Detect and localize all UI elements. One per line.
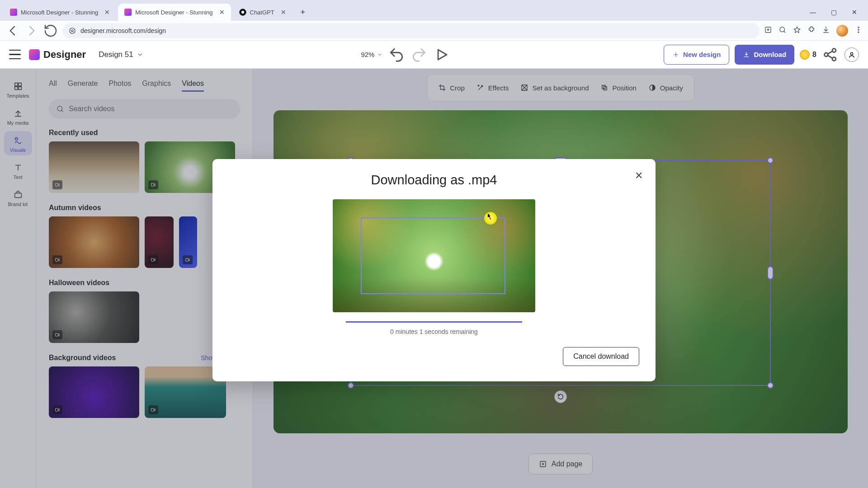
browser-tab-active[interactable]: Microsoft Designer - Stunning ✕ — [118, 4, 231, 21]
undo-button[interactable] — [388, 46, 405, 63]
nav-back-button[interactable] — [5, 23, 20, 38]
design-name-dropdown[interactable]: Design 51 — [94, 47, 148, 62]
modal-title: Downloading as .mp4 — [229, 173, 639, 188]
favicon-designer-icon — [124, 9, 132, 16]
bookmark-icon[interactable] — [793, 26, 801, 36]
extensions-icon[interactable] — [807, 26, 816, 36]
modal-close-button[interactable]: ✕ — [635, 170, 643, 182]
coin-icon — [800, 50, 810, 60]
share-button[interactable] — [822, 46, 839, 63]
window-close-button[interactable]: ✕ — [844, 5, 864, 19]
time-remaining: 0 minutes 1 seconds remaining — [229, 328, 639, 335]
hamburger-menu-button[interactable] — [9, 50, 21, 60]
svg-point-10 — [850, 52, 853, 55]
close-icon[interactable]: ✕ — [104, 9, 110, 16]
play-button[interactable] — [433, 46, 450, 63]
tab-title: ChatGPT — [250, 9, 274, 16]
zoom-label: 92% — [361, 51, 374, 58]
chevron-down-icon — [377, 52, 382, 57]
designer-logo-icon — [29, 49, 40, 60]
nav-forward-button[interactable] — [24, 23, 39, 38]
cancel-download-button[interactable]: Cancel download — [563, 347, 639, 366]
tab-title: Microsoft Designer - Stunning — [135, 9, 212, 16]
new-design-button[interactable]: New design — [664, 45, 729, 65]
close-icon[interactable]: ✕ — [281, 9, 286, 16]
browser-tab[interactable]: ChatGPT ✕ — [233, 4, 292, 21]
app-header: Designer Design 51 92% New design Downlo… — [0, 41, 868, 69]
preview-selection-frame — [361, 217, 505, 294]
download-modal: ✕ Downloading as .mp4 0 minutes 1 second… — [212, 159, 656, 381]
url-text: designer.microsoft.com/design — [80, 27, 166, 34]
close-icon[interactable]: ✕ — [219, 9, 225, 16]
redo-button[interactable] — [410, 46, 428, 63]
svg-point-1 — [71, 30, 73, 32]
download-button[interactable]: Download — [735, 45, 794, 65]
plus-icon — [672, 51, 679, 58]
brand-name: Designer — [43, 49, 86, 61]
window-maximize-button[interactable]: ▢ — [824, 5, 844, 19]
browser-tab-strip: Microsoft Designer - Stunning ✕ Microsof… — [0, 0, 868, 21]
url-field[interactable]: designer.microsoft.com/design — [62, 23, 760, 38]
account-button[interactable] — [844, 47, 859, 62]
tab-title: Microsoft Designer - Stunning — [21, 9, 98, 16]
favicon-chatgpt-icon — [239, 9, 246, 16]
chevron-down-icon — [137, 52, 143, 58]
nav-reload-button[interactable] — [43, 23, 58, 38]
download-label: Download — [754, 51, 786, 58]
download-preview — [333, 199, 535, 312]
profile-avatar[interactable] — [836, 25, 848, 37]
svg-point-5 — [858, 29, 859, 30]
progress-bar — [346, 321, 522, 323]
window-minimize-button[interactable]: — — [803, 5, 823, 19]
svg-point-4 — [858, 27, 859, 28]
modal-overlay[interactable]: ✕ Downloading as .mp4 0 minutes 1 second… — [0, 69, 868, 488]
credits-indicator[interactable]: 8 — [800, 50, 816, 60]
browser-tab[interactable]: Microsoft Designer - Stunning ✕ — [4, 4, 116, 21]
favicon-designer-icon — [10, 9, 17, 16]
site-info-icon — [69, 27, 76, 34]
svg-point-0 — [70, 28, 75, 33]
new-design-label: New design — [683, 51, 721, 58]
zoom-icon[interactable] — [778, 26, 787, 36]
new-tab-button[interactable]: + — [296, 5, 310, 19]
downloads-icon[interactable] — [822, 26, 830, 36]
browser-address-bar: designer.microsoft.com/design — [0, 21, 868, 41]
download-icon — [743, 51, 750, 58]
design-name-label: Design 51 — [99, 50, 133, 59]
credits-count: 8 — [812, 51, 816, 59]
browser-menu-icon[interactable] — [854, 26, 863, 36]
svg-point-6 — [858, 32, 859, 33]
install-app-icon[interactable] — [764, 26, 772, 36]
zoom-dropdown[interactable]: 92% — [361, 51, 382, 58]
